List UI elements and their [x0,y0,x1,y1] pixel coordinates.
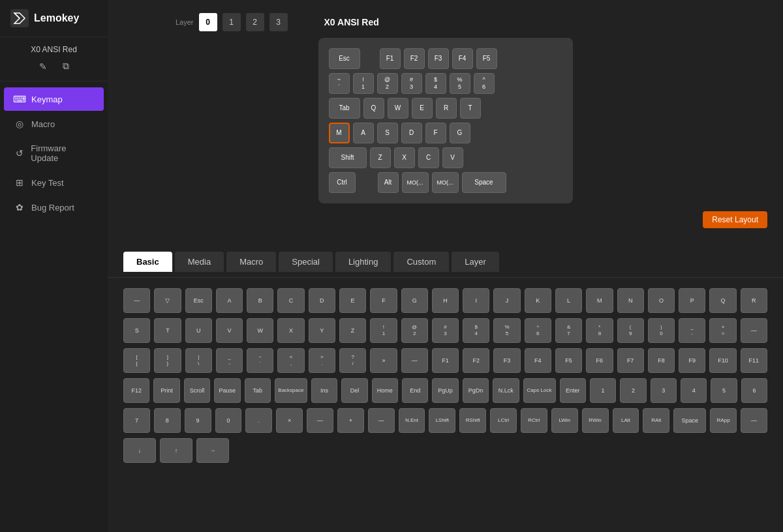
pkey-r[interactable]: R [741,288,767,313]
pkey-f8[interactable]: F8 [648,348,675,373]
key-tilde[interactable]: ~` [329,73,350,94]
pkey-down[interactable]: ↓ [123,438,156,463]
key-lctrl[interactable]: Ctrl [329,172,356,193]
key-f4[interactable]: F4 [452,48,473,69]
pkey-n2[interactable]: 2 [620,378,646,403]
pkey-none4[interactable]: — [307,408,333,433]
pkey-ralt[interactable]: RAlt [643,408,669,433]
key-4[interactable]: $4 [425,73,446,94]
key-e[interactable]: E [412,98,433,119]
pkey-n6[interactable]: 6 [741,378,767,403]
pkey-lshift[interactable]: LShift [429,408,455,433]
pkey-esc[interactable]: Esc [185,288,212,313]
pkey-p[interactable]: P [679,288,705,313]
pkey-rctrl[interactable]: RCtrl [521,408,547,433]
tab-media[interactable]: Media [175,252,224,272]
pkey-k[interactable]: K [525,288,551,313]
pkey-x[interactable]: X [277,318,304,343]
pkey-q[interactable]: Q [709,288,736,313]
pkey-print[interactable]: Print [153,378,179,403]
pkey-h[interactable]: H [432,288,459,313]
tab-custom[interactable]: Custom [393,252,449,272]
reset-layout-button[interactable]: Reset Layout [703,211,767,228]
sidebar-item-bugreport[interactable]: ✿ Bug Report [4,196,104,219]
sidebar-item-macro[interactable]: ◎ Macro [4,112,104,136]
pkey-none3[interactable]: — [401,348,428,373]
pkey-rshift[interactable]: RShift [459,408,486,433]
pkey-t[interactable]: T [154,318,181,343]
pkey-1[interactable]: !1 [370,318,397,343]
key-f5[interactable]: F5 [476,48,497,69]
pkey-equal[interactable]: += [709,318,736,343]
pkey-n8[interactable]: 8 [154,408,181,433]
pkey-del[interactable]: Del [341,378,367,403]
key-t[interactable]: T [460,98,481,119]
pkey-nent[interactable]: N.Ent [399,408,425,433]
key-3[interactable]: #3 [401,73,422,94]
sidebar-item-keymap[interactable]: ⌨ Keymap [4,87,104,111]
key-lshift[interactable]: Shift [329,147,367,168]
pkey-j[interactable]: J [493,288,520,313]
pkey-space[interactable]: Space [673,408,706,433]
key-mo2[interactable]: MO(... [432,172,459,193]
pkey-f10[interactable]: F10 [709,348,736,373]
pkey-caps[interactable]: Caps Lock [523,378,556,403]
pkey-f7[interactable]: F7 [617,348,644,373]
pkey-f9[interactable]: F9 [679,348,705,373]
pkey-none[interactable]: — [123,288,150,313]
pkey-4[interactable]: $4 [463,318,489,343]
key-s[interactable]: S [377,123,398,143]
tab-special[interactable]: Special [279,252,333,272]
key-esc[interactable]: Esc [329,48,360,69]
pkey-f5[interactable]: F5 [555,348,582,373]
pkey-0[interactable]: )0 [648,318,675,343]
pkey-f3[interactable]: F3 [493,348,520,373]
tab-lighting[interactable]: Lighting [335,252,392,272]
key-a[interactable]: A [353,123,374,143]
pkey-ndot[interactable]: . [245,408,272,433]
pkey-g[interactable]: G [401,288,428,313]
pkey-n[interactable]: N [617,288,644,313]
pkey-rbracket[interactable]: ]} [154,348,181,373]
pkey-f2[interactable]: F2 [463,348,489,373]
layer-btn-2[interactable]: 2 [246,13,264,31]
key-z[interactable]: Z [370,147,391,168]
layer-btn-3[interactable]: 3 [269,13,288,31]
pkey-enter[interactable]: Enter [560,378,586,403]
pkey-slash[interactable]: ?/ [339,348,366,373]
pkey-b[interactable]: B [247,288,273,313]
pkey-lwin[interactable]: LWin [551,408,578,433]
key-c[interactable]: C [418,147,439,168]
pkey-none2[interactable]: — [741,318,767,343]
pkey-lctrl[interactable]: LCtrl [490,408,517,433]
pkey-i[interactable]: I [463,288,489,313]
pkey-3[interactable]: #3 [432,318,459,343]
pkey-e[interactable]: E [339,288,366,313]
pkey-none6[interactable]: — [741,408,767,433]
pkey-v[interactable]: V [216,318,243,343]
sidebar-item-firmware[interactable]: ↺ Firmware Update [4,137,104,170]
tab-layer[interactable]: Layer [452,252,499,272]
pkey-a[interactable]: A [216,288,243,313]
pkey-tilde[interactable]: ~` [247,348,273,373]
pkey-period[interactable]: >. [309,348,335,373]
key-tab[interactable]: Tab [329,98,360,119]
pkey-nmul[interactable]: × [276,408,303,433]
key-q[interactable]: Q [363,98,384,119]
pkey-lbracket[interactable]: [{ [123,348,150,373]
pkey-7[interactable]: &7 [555,318,582,343]
pkey-n5[interactable]: 5 [711,378,737,403]
pkey-backslash[interactable]: |\ [185,348,212,373]
pkey-none5[interactable]: — [368,408,395,433]
tab-macro[interactable]: Macro [226,252,276,272]
key-r[interactable]: R [436,98,457,119]
key-g[interactable]: G [450,123,470,143]
key-f1[interactable]: F1 [380,48,401,69]
key-alt[interactable]: Alt [378,172,399,193]
pkey-z[interactable]: Z [339,318,366,343]
pkey-f6[interactable]: F6 [586,348,613,373]
pkey-o[interactable]: O [648,288,675,313]
pkey-nlck[interactable]: N.Lck [493,378,519,403]
pkey-ins[interactable]: Ins [311,378,337,403]
pkey-w[interactable]: W [247,318,273,343]
